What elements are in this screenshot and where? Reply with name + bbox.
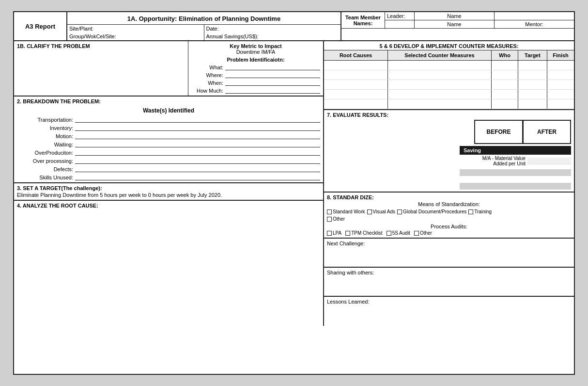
cm-row-5-who bbox=[492, 99, 518, 109]
overproduction-line bbox=[75, 149, 320, 156]
other2-label: Other bbox=[420, 230, 432, 236]
other1-check[interactable]: Other bbox=[327, 216, 345, 222]
date-field: Date: bbox=[204, 25, 341, 32]
training-check[interactable]: Training bbox=[468, 209, 492, 214]
what-field: What: bbox=[191, 64, 320, 70]
cm-row-3-finish bbox=[547, 80, 574, 89]
inventory-label: Inventory: bbox=[17, 125, 75, 131]
saving-gray-bar-1 bbox=[460, 169, 571, 176]
cm-row-1-target bbox=[518, 61, 547, 70]
lessons-title: Lessons Learned: bbox=[327, 299, 571, 305]
other1-box bbox=[327, 217, 332, 222]
over-processing-line bbox=[75, 157, 320, 164]
a3-report-page: A3 Report 1A. Opportunity: Elimination o… bbox=[13, 11, 575, 375]
right-col: 5 & 6 DEVELOP & IMPLEMENT COUNTER MEASUR… bbox=[324, 41, 574, 326]
site-plant-field: Site/Plant: bbox=[67, 25, 204, 32]
cm-row-3-target bbox=[518, 80, 547, 89]
where-label: Where: bbox=[191, 72, 225, 78]
when-line bbox=[225, 79, 320, 86]
wastes-title: Waste(s) Identified bbox=[17, 107, 320, 114]
group-field: Group/WokCel/Site: bbox=[67, 32, 204, 40]
section-3: 3. SET A TARGET(The challenge): Eliminat… bbox=[14, 183, 323, 201]
saving-item-line bbox=[527, 158, 571, 164]
cm-row-3 bbox=[324, 80, 574, 90]
cm-row-1-finish bbox=[547, 61, 574, 70]
visual-ads-check[interactable]: Visual Ads bbox=[367, 209, 396, 214]
leader-row: Leader: Name bbox=[385, 12, 574, 20]
tpm-check[interactable]: TPM Checklist bbox=[345, 230, 382, 236]
saving-section: Saving M/A - Material ValueAdded per Uni… bbox=[327, 146, 571, 190]
other1-label: Other bbox=[333, 216, 345, 222]
global-doc-label: Global Document/Procedures bbox=[403, 209, 466, 214]
section-56: 5 & 6 DEVELOP & IMPLEMENT COUNTER MEASUR… bbox=[324, 41, 574, 110]
team-member-label: Team Member Names: bbox=[341, 12, 385, 28]
where-field: Where: bbox=[191, 71, 320, 78]
cm-row-5-root bbox=[324, 99, 388, 109]
inventory-line bbox=[75, 124, 320, 131]
standard-work-label: Standard Work bbox=[333, 209, 365, 214]
site-plant-label: Site/Plant: bbox=[69, 26, 93, 32]
cm-row-1-who bbox=[492, 61, 518, 70]
cm-row-2-finish bbox=[547, 70, 574, 80]
before-cell: BEFORE bbox=[474, 120, 523, 144]
other2-check[interactable]: Other bbox=[414, 230, 432, 236]
saving-gray-bar-2 bbox=[460, 183, 571, 190]
motion-label: Motion: bbox=[17, 133, 75, 139]
name-row: Name Mentor: bbox=[385, 20, 574, 28]
training-box bbox=[468, 209, 473, 214]
sharing-section: Sharing with others: bbox=[324, 268, 574, 297]
cm-row-4-who bbox=[492, 90, 518, 99]
standard-work-check[interactable]: Standard Work bbox=[327, 209, 365, 214]
section-4-title: 4. ANALYZE THE ROOT CAUSE: bbox=[17, 203, 320, 209]
overproduction-label: OverProduciton: bbox=[17, 150, 75, 156]
header-row: A3 Report 1A. Opportunity: Elimination o… bbox=[14, 12, 574, 41]
section-8: 8. STANDAR DIZE: Means of Standardizatio… bbox=[324, 193, 574, 239]
ss-check[interactable]: 5S Audit bbox=[387, 230, 410, 236]
when-field: When: bbox=[191, 79, 320, 86]
a3-label: A3 Report bbox=[14, 12, 67, 40]
section-7-title: 7. EVALUATE RESULTS: bbox=[327, 112, 571, 118]
global-doc-box bbox=[397, 209, 402, 214]
key-metric-value: Downtime IM/FA bbox=[191, 49, 320, 55]
next-challenge-title: Next Challenge: bbox=[327, 241, 571, 246]
next-challenge-section: Next Challenge: bbox=[324, 239, 574, 268]
cm-data-rows bbox=[324, 61, 574, 109]
col-root-causes: Root Causes bbox=[324, 50, 388, 60]
when-label: When: bbox=[191, 80, 225, 86]
name-blank bbox=[385, 23, 414, 25]
motion-field: Motion: bbox=[17, 132, 320, 139]
cm-row-1-root bbox=[324, 61, 388, 70]
savings-label: Annual Savings(US$): bbox=[206, 33, 259, 39]
lpa-check[interactable]: LPA bbox=[327, 230, 341, 236]
waiting-line bbox=[75, 141, 320, 147]
cm-row-2 bbox=[324, 70, 574, 80]
over-processing-label: Over processing: bbox=[17, 158, 75, 164]
savings-field: Annual Savings(US$): bbox=[204, 32, 341, 40]
cm-row-3-who bbox=[492, 80, 518, 89]
tpm-box bbox=[345, 231, 350, 236]
left-col: 1B. CLARIFY THE PROBLEM Key Metric to Im… bbox=[14, 41, 324, 326]
cm-row-2-root bbox=[324, 70, 388, 80]
skills-field: Skills Unused: bbox=[17, 174, 320, 180]
defects-label: Defects: bbox=[17, 166, 75, 172]
ss-box bbox=[387, 231, 391, 236]
defects-field: Defects: bbox=[17, 165, 320, 172]
header-right: Team Member Names: Leader: Name Name Men… bbox=[341, 12, 574, 40]
cm-row-3-selected bbox=[388, 80, 492, 89]
section-2: 2. BREAKDOWN THE PROBLEM: Waste(s) Ident… bbox=[14, 96, 323, 183]
main-content: 1B. CLARIFY THE PROBLEM Key Metric to Im… bbox=[14, 41, 574, 326]
cm-row-3-root bbox=[324, 80, 388, 89]
col-target: Target bbox=[518, 50, 547, 60]
overproduction-field: OverProduciton: bbox=[17, 149, 320, 156]
report-title: 1A. Opportunity: Elimination of Planning… bbox=[67, 12, 340, 25]
other2-box bbox=[414, 231, 419, 236]
waiting-field: Waiting: bbox=[17, 141, 320, 147]
checkboxes-row-2: Other bbox=[327, 216, 571, 222]
lpa-label: LPA bbox=[333, 230, 341, 236]
skills-line bbox=[75, 174, 320, 180]
over-processing-field: Over processing: bbox=[17, 157, 320, 164]
global-doc-check[interactable]: Global Document/Procedures bbox=[397, 209, 466, 214]
cm-row-2-target bbox=[518, 70, 547, 80]
where-line bbox=[225, 71, 320, 78]
before-after-box: BEFORE AFTER bbox=[474, 120, 571, 144]
